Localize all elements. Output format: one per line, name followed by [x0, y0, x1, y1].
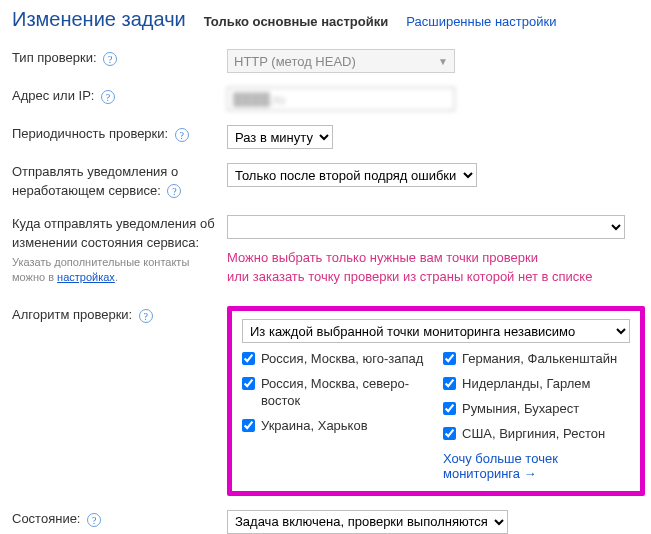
label-check-type: Тип проверки: [12, 50, 97, 65]
help-icon[interactable]: ? [87, 513, 101, 527]
tab-basic[interactable]: Только основные настройки [204, 14, 389, 29]
label-interval: Периодичность проверки: [12, 126, 168, 141]
checkpoint-checkbox[interactable] [443, 377, 456, 390]
callout-box: Можно выбрать только нужные вам точки пр… [227, 249, 592, 287]
algorithm-highlight-box: Из каждой выбранной точки мониторинга не… [227, 306, 645, 496]
checkpoint-item[interactable]: США, Виргиния, Рестон [443, 426, 630, 443]
help-icon[interactable]: ? [101, 90, 115, 104]
help-icon[interactable]: ? [103, 52, 117, 66]
checkpoint-checkbox[interactable] [443, 352, 456, 365]
more-points-link[interactable]: Хочу больше точек мониторинга → [443, 451, 630, 481]
checkpoint-item[interactable]: Германия, Фалькенштайн [443, 351, 630, 368]
checkpoint-label: Германия, Фалькенштайн [462, 351, 617, 368]
label-address: Адрес или IP: [12, 88, 94, 103]
check-type-value: HTTP (метод HEAD) [234, 54, 356, 69]
chevron-down-icon: ▼ [438, 56, 448, 67]
check-type-select[interactable]: HTTP (метод HEAD) ▼ [227, 49, 455, 73]
checkpoint-label: Россия, Москва, юго-запад [261, 351, 423, 368]
checkpoint-label: США, Виргиния, Рестон [462, 426, 605, 443]
checkpoint-label: Украина, Харьков [261, 418, 368, 435]
checkpoint-item[interactable]: Россия, Москва, северо-восток [242, 376, 429, 410]
help-icon[interactable]: ? [139, 309, 153, 323]
notify-where-select[interactable] [227, 215, 625, 239]
help-icon[interactable]: ? [175, 128, 189, 142]
label-notify-where: Куда отправлять уведомления об изменении… [12, 216, 215, 250]
help-icon[interactable]: ? [167, 184, 181, 198]
checkpoint-checkbox[interactable] [242, 419, 255, 432]
checkpoint-label: Нидерланды, Гарлем [462, 376, 590, 393]
checkpoint-item[interactable]: Украина, Харьков [242, 418, 429, 435]
notify-hint-post: . [115, 271, 118, 283]
settings-link[interactable]: настройках [57, 271, 115, 283]
checkpoint-label: Россия, Москва, северо-восток [261, 376, 429, 410]
checkpoint-checkbox[interactable] [242, 377, 255, 390]
checkpoint-label: Румыния, Бухарест [462, 401, 579, 418]
tab-advanced[interactable]: Расширенные настройки [406, 14, 556, 29]
checkpoint-item[interactable]: Румыния, Бухарест [443, 401, 630, 418]
label-notify-down: Отправлять уведомления о неработающем се… [12, 164, 178, 198]
algorithm-select[interactable]: Из каждой выбранной точки мониторинга не… [242, 319, 630, 343]
interval-select[interactable]: Раз в минуту [227, 125, 333, 149]
checkpoint-item[interactable]: Россия, Москва, юго-запад [242, 351, 429, 368]
checkpoint-checkbox[interactable] [443, 402, 456, 415]
checkpoint-item[interactable]: Нидерланды, Гарлем [443, 376, 630, 393]
callout-line2: или заказать точку проверки из страны ко… [227, 268, 592, 287]
label-state: Состояние: [12, 511, 80, 526]
checkpoint-checkbox[interactable] [242, 352, 255, 365]
label-algorithm: Алгоритм проверки: [12, 307, 132, 322]
page-title: Изменение задачи [12, 8, 186, 31]
callout-line1: Можно выбрать только нужные вам точки пр… [227, 249, 592, 268]
notify-down-select[interactable]: Только после второй подряд ошибки [227, 163, 477, 187]
checkpoint-checkbox[interactable] [443, 427, 456, 440]
state-select[interactable]: Задача включена, проверки выполняются [227, 510, 508, 534]
address-input[interactable] [227, 87, 455, 111]
